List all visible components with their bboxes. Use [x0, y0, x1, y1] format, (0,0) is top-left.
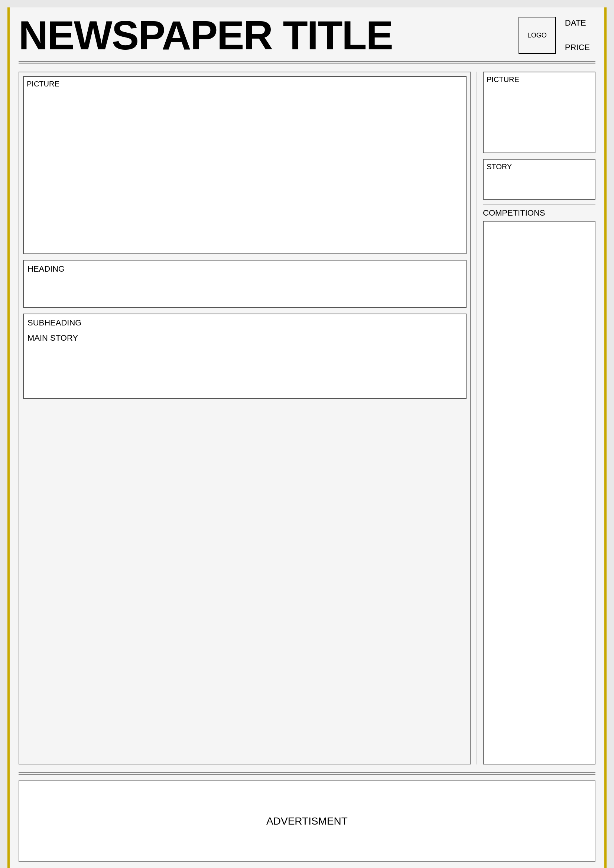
competitions-label: COMPETITIONS [483, 208, 595, 218]
heading-box: HEADING [23, 260, 466, 308]
right-picture-box: PICTURE [483, 71, 595, 153]
newspaper-title: NEWSPAPER TITLE [19, 15, 519, 56]
date-price-text: DATE PRICE [560, 16, 595, 54]
header: NEWSPAPER TITLE LOGO DATE PRICE [8, 8, 606, 59]
story-box: STORY [483, 159, 595, 200]
date-label: DATE [565, 18, 590, 28]
main-picture-box: PICTURE [23, 76, 466, 254]
competitions-box [483, 221, 595, 764]
advertisement-box: ADVERTISMENT [19, 780, 595, 862]
right-column: PICTURE STORY COMPETITIONS [477, 71, 595, 764]
logo-date-wrapper: LOGO DATE PRICE [519, 16, 595, 54]
left-column: PICTURE HEADING SUBHEADING MAIN STORY [19, 71, 471, 764]
logo-box: LOGO [519, 17, 556, 54]
subheading-box: SUBHEADING MAIN STORY [23, 313, 466, 399]
story-label: STORY [487, 163, 512, 171]
main-story-label: MAIN STORY [28, 333, 462, 343]
header-divider [19, 61, 595, 64]
newspaper-page: NEWSPAPER TITLE LOGO DATE PRICE PICTURE … [8, 8, 606, 868]
advertisment-label: ADVERTISMENT [266, 815, 348, 827]
content-ad-divider [19, 772, 595, 775]
competitions-divider [483, 205, 595, 205]
right-picture-label: PICTURE [487, 75, 519, 84]
logo-label: LOGO [527, 31, 547, 39]
heading-label: HEADING [28, 264, 65, 273]
price-label: PRICE [565, 43, 590, 52]
advertisement-section: ADVERTISMENT [8, 777, 606, 868]
main-content: PICTURE HEADING SUBHEADING MAIN STORY PI… [8, 66, 606, 770]
subheading-label: SUBHEADING [28, 318, 462, 328]
main-picture-label: PICTURE [27, 80, 59, 88]
